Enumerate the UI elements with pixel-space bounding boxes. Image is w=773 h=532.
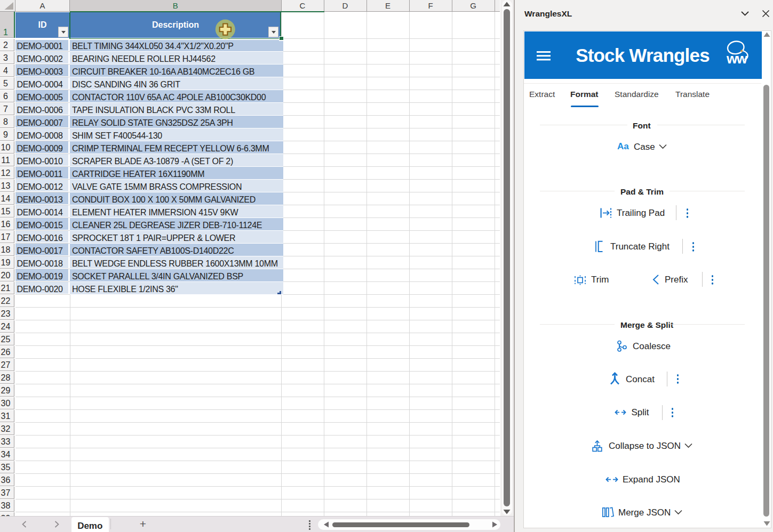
- svg-text:ww: ww: [726, 51, 748, 67]
